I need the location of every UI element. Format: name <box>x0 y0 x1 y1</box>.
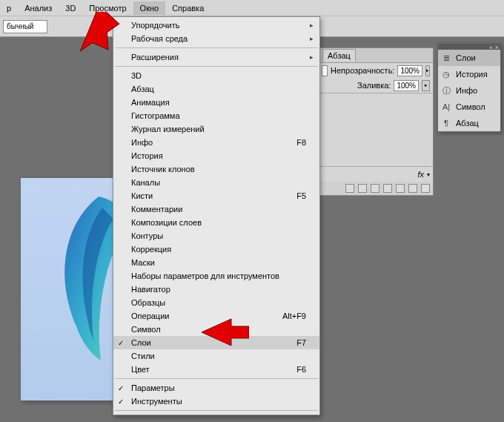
menu-separator <box>115 410 318 411</box>
dock-header[interactable]: « × <box>438 44 500 50</box>
panel-footer <box>319 182 433 195</box>
dock-item-character[interactable]: A| Символ <box>438 99 500 115</box>
menu-swatches[interactable]: Образцы <box>113 296 319 309</box>
menu-separator <box>115 66 318 67</box>
layers-list[interactable] <box>319 93 433 167</box>
screen-mode-field[interactable]: бычный <box>3 20 47 33</box>
menu-adjustments[interactable]: Коррекция <box>113 243 319 256</box>
fx-row: fx ▾ <box>319 167 433 182</box>
menu-tool-presets[interactable]: Наборы параметров для инструментов <box>113 269 319 283</box>
collapse-icon[interactable]: « × <box>489 44 499 51</box>
fill-arrow[interactable]: ▸ <box>422 80 430 91</box>
menu-arrange[interactable]: Упорядочить <box>113 19 319 32</box>
menu-styles[interactable]: Стили <box>113 349 319 363</box>
info-icon: ⓘ <box>441 85 451 96</box>
fill-value[interactable]: 100% <box>394 80 419 91</box>
blend-mode-select[interactable] <box>322 65 328 76</box>
dock-item-label: История <box>456 70 488 79</box>
fx-arrow-icon[interactable]: ▾ <box>427 171 430 178</box>
new-layer-icon[interactable] <box>408 184 417 193</box>
menu-item-r[interactable]: р <box>0 1 18 15</box>
window-menu-dropdown: Упорядочить Рабочая среда Расширения 3D … <box>113 16 320 415</box>
opacity-row: Непрозрачность: 100% ▸ <box>319 63 433 78</box>
dock-item-label: Слои <box>456 53 476 62</box>
menu-item-analyze[interactable]: Анализ <box>18 1 59 15</box>
menu-separator <box>115 47 318 48</box>
svg-marker-1 <box>202 319 249 346</box>
menu-channels[interactable]: Каналы <box>113 176 319 189</box>
menu-separator <box>115 378 318 379</box>
adjust-icon[interactable] <box>383 184 392 193</box>
svg-marker-0 <box>73 12 120 53</box>
menu-paragraph[interactable]: Абзац <box>113 82 319 96</box>
annotation-arrow-top <box>73 12 120 53</box>
dock-item-info[interactable]: ⓘ Инфо <box>438 82 500 99</box>
menu-paths[interactable]: Контуры <box>113 229 319 243</box>
menu-animation[interactable]: Анимация <box>113 96 319 109</box>
layers-icon: ≣ <box>441 53 451 63</box>
fill-label: Заливка: <box>357 81 391 90</box>
menu-layer-comps[interactable]: Композиции слоев <box>113 216 319 229</box>
menu-3d[interactable]: 3D <box>113 69 319 82</box>
group-icon[interactable] <box>396 184 405 193</box>
dock-item-layers[interactable]: ≣ Слои <box>438 50 500 66</box>
annotation-arrow-bottom <box>202 317 249 347</box>
dock-item-history[interactable]: ◷ История <box>438 66 500 82</box>
character-icon: A| <box>441 102 451 112</box>
menu-histogram[interactable]: Гистограмма <box>113 109 319 122</box>
paragraph-icon: ¶ <box>441 118 451 128</box>
link-icon[interactable] <box>345 184 354 193</box>
menu-clone-source[interactable]: Источник клонов <box>113 162 319 176</box>
menu-tools[interactable]: ✓Инструменты <box>113 395 319 408</box>
menu-color[interactable]: ЦветF6 <box>113 363 319 376</box>
menu-workspace[interactable]: Рабочая среда <box>113 32 319 45</box>
menu-extensions[interactable]: Расширения <box>113 50 319 64</box>
layers-panel: Абзац Непрозрачность: 100% ▸ Заливка: 10… <box>319 47 434 196</box>
mask-icon[interactable] <box>371 184 379 193</box>
fx-label[interactable]: fx <box>417 170 424 179</box>
menu-info[interactable]: ИнфоF8 <box>113 136 319 149</box>
fx-icon[interactable] <box>358 184 367 193</box>
panel-tabs: Абзац <box>319 48 433 63</box>
dock-item-label: Символ <box>456 102 485 111</box>
fill-row: Заливка: 100% ▸ <box>319 78 433 93</box>
opacity-label: Непрозрачность: <box>331 66 394 75</box>
menu-item-help[interactable]: Справка <box>165 1 210 15</box>
history-icon: ◷ <box>441 69 451 79</box>
menu-brushes[interactable]: КистиF5 <box>113 189 319 202</box>
menu-measure-log[interactable]: Журнал измерений <box>113 122 319 136</box>
menu-item-window[interactable]: Окно <box>133 1 166 15</box>
tab-paragraph[interactable]: Абзац <box>322 49 356 62</box>
opacity-arrow[interactable]: ▸ <box>425 65 430 76</box>
menu-options[interactable]: ✓Параметры <box>113 381 319 395</box>
opacity-value[interactable]: 100% <box>397 65 422 76</box>
dock-item-paragraph[interactable]: ¶ Абзац <box>438 115 500 131</box>
menu-history[interactable]: История <box>113 149 319 162</box>
dock-item-label: Абзац <box>456 119 479 128</box>
dock-item-label: Инфо <box>456 86 477 95</box>
trash-icon[interactable] <box>421 184 430 193</box>
menu-navigator[interactable]: Навигатор <box>113 283 319 296</box>
menu-masks[interactable]: Маски <box>113 256 319 269</box>
panels-dock: « × ≣ Слои ◷ История ⓘ Инфо A| Символ ¶ … <box>437 43 501 132</box>
menu-comments[interactable]: Комментарии <box>113 202 319 216</box>
